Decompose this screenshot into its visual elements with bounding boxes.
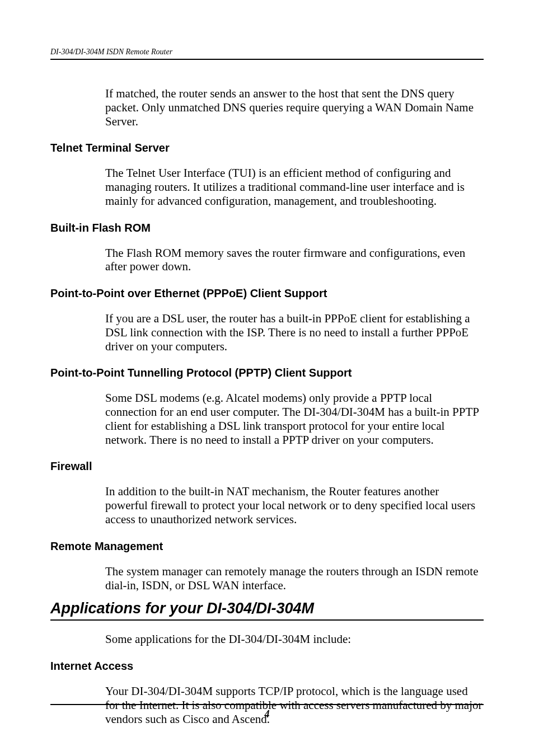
section-heading-firewall: Firewall [50, 460, 484, 473]
page-number: 4 [265, 708, 270, 720]
section-body-pppoe: If you are a DSL user, the router has a … [105, 312, 484, 353]
section-heading-pptp: Point-to-Point Tunnelling Protocol (PPTP… [50, 367, 484, 379]
section-heading-remote-mgmt: Remote Management [50, 540, 484, 553]
section-body-telnet: The Telnet User Interface (TUI) is an ef… [105, 166, 484, 208]
page-container: DI-304/DI-304M ISDN Remote Router If mat… [0, 0, 534, 756]
chapter-intro: Some applications for the DI-304/DI-304M… [105, 632, 484, 646]
section-heading-internet-access: Internet Access [50, 660, 484, 673]
running-title-text: DI-304/DI-304M ISDN Remote Router [50, 48, 172, 56]
chapter-title: Applications for your DI-304/DI-304M [50, 600, 484, 621]
section-body-pptp: Some DSL modems (e.g. Alcatel modems) on… [105, 391, 484, 447]
section-heading-flash-rom: Built-in Flash ROM [50, 222, 484, 234]
section-body-firewall: In addition to the built-in NAT mechanis… [105, 485, 484, 526]
section-heading-telnet: Telnet Terminal Server [50, 142, 484, 154]
intro-paragraph: If matched, the router sends an answer t… [105, 87, 484, 128]
page-footer: 4 [50, 704, 484, 720]
section-heading-pppoe: Point-to-Point over Ethernet (PPPoE) Cli… [50, 287, 484, 300]
running-header: DI-304/DI-304M ISDN Remote Router [50, 48, 484, 60]
section-body-remote-mgmt: The system manager can remotely manage t… [105, 565, 484, 593]
section-body-flash-rom: The Flash ROM memory saves the router fi… [105, 246, 484, 274]
